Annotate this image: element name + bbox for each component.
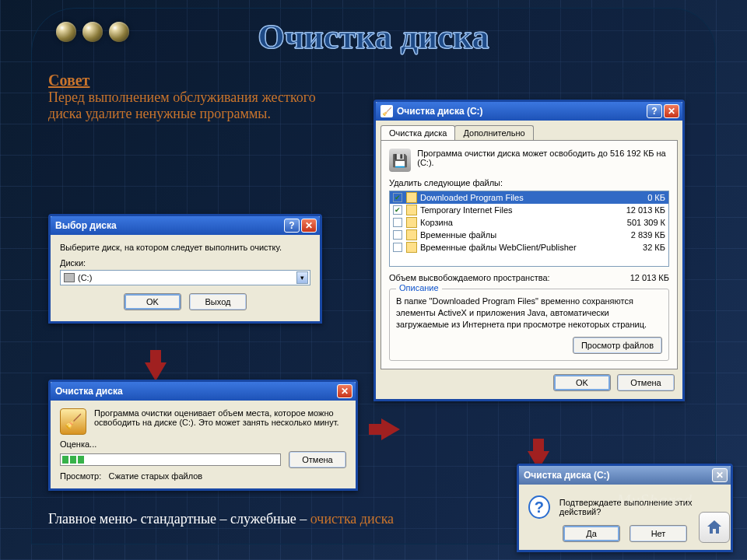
titlebar[interactable]: Выбор диска ? ✕ [51,216,320,235]
path-accent: очистка диска [310,511,394,527]
file-list-row[interactable]: Корзина501 309 К [390,216,668,229]
tip-title: Совет [48,72,89,89]
titlebar[interactable]: Очистка диска (C:) ✕ [519,466,731,485]
titlebar-text: Выбор диска [55,220,282,231]
ok-button[interactable]: OK [553,374,611,391]
tab-cleanup[interactable]: Очистка диска [381,125,455,140]
file-list-row[interactable]: ✔Temporary Internet Files12 013 КБ [390,204,668,216]
file-size: 501 309 К [611,218,665,227]
help-button[interactable]: ? [284,219,300,233]
no-button[interactable]: Нет [630,525,687,542]
disk-icon [389,149,411,172]
menu-path: Главное меню- стандартные – служебные – … [48,511,406,527]
file-size: 12 013 КБ [611,205,665,215]
file-name: Временные файлы WebClient/Publisher [420,243,611,252]
freed-space-value: 12 013 КБ [630,273,669,282]
description-legend: Описание [396,283,442,292]
drives-label: Диски: [60,258,310,268]
watermark: MyShared [616,490,693,510]
progress-dialog: Очистка диска ✕ Программа очистки оценив… [48,380,358,491]
select-drive-dialog: Выбор диска ? ✕ Выберите диск, на которо… [48,214,322,324]
close-button[interactable]: ✕ [301,219,317,233]
tab-advanced[interactable]: Дополнительно [454,125,533,140]
description-text: В папке "Downloaded Program Files" време… [396,296,662,331]
file-checkbox[interactable] [393,230,402,240]
file-list[interactable]: ✔Downloaded Program Files0 КБ✔Temporary … [389,191,669,267]
file-name: Временные файлы [420,230,611,240]
ok-button[interactable]: OK [124,293,181,310]
file-size: 32 КБ [611,243,665,252]
view-files-button[interactable]: Просмотр файлов [573,337,662,354]
slide-title: Очистка диска [0,17,747,57]
exit-button[interactable]: Выход [189,293,247,310]
titlebar-text: Очистка диска [55,386,335,397]
tip-block: Совет Перед выполнением обслуживания жес… [48,72,321,122]
titlebar[interactable]: 🧹 Очистка диска (C:) ? ✕ [376,102,682,121]
file-name: Downloaded Program Files [420,193,611,202]
titlebar-text: Очистка диска (C:) [524,470,710,481]
file-checkbox[interactable]: ✔ [393,205,402,215]
instruction-text: Выберите диск, на котором следует выполн… [60,243,310,252]
progress-label: Оценка... [60,439,346,449]
file-icon [406,229,417,240]
file-name: Корзина [420,218,611,227]
file-icon [406,217,417,228]
cleanup-main-dialog: 🧹 Очистка диска (C:) ? ✕ Очистка диска Д… [374,100,685,401]
cancel-button[interactable]: Отмена [289,451,346,468]
flow-arrow-icon [145,362,167,381]
flow-arrow-icon [381,418,400,440]
titlebar-text: Очистка диска (C:) [397,106,645,117]
file-size: 0 КБ [611,193,665,202]
freed-space-label: Объем высвобождаемого пространства: [389,273,550,282]
file-list-row[interactable]: Временные файлы WebClient/Publisher32 КБ [390,241,668,254]
yes-button[interactable]: Да [563,525,620,542]
file-icon [406,205,417,215]
close-button[interactable]: ✕ [664,104,679,118]
delete-files-label: Удалить следующие файлы: [389,178,669,187]
cancel-button[interactable]: Отмена [617,374,675,391]
viewing-value: Сжатие старых файлов [108,471,202,481]
home-icon [705,518,724,537]
drive-icon [64,273,75,282]
question-icon: ? [528,495,550,519]
tip-body: Перед выполнением обслуживания жесткого … [48,89,316,121]
file-checkbox[interactable] [393,218,402,227]
file-size: 2 839 КБ [611,230,665,240]
file-checkbox[interactable] [393,243,402,252]
file-list-row[interactable]: Временные файлы2 839 КБ [390,229,668,241]
home-button[interactable] [699,512,730,543]
close-button[interactable]: ✕ [712,468,728,482]
progress-message: Программа очистки оценивает объем места,… [94,408,346,435]
file-checkbox[interactable]: ✔ [393,193,402,202]
help-button[interactable]: ? [647,104,662,118]
path-prefix: Главное меню- стандартные – служебные – [48,511,310,527]
progress-bar [60,453,281,466]
chevron-down-icon[interactable]: ▾ [296,271,308,284]
selected-drive: (C:) [78,273,92,282]
file-list-row[interactable]: ✔Downloaded Program Files0 КБ [390,191,668,204]
file-name: Temporary Internet Files [420,205,611,215]
file-icon [406,242,417,253]
drive-combobox[interactable]: (C:) ▾ [60,270,310,285]
app-icon: 🧹 [381,105,393,117]
viewing-label: Просмотр: [60,471,101,481]
titlebar[interactable]: Очистка диска ✕ [51,382,356,401]
file-icon [406,192,417,203]
intro-text: Программа очистки диска может освободить… [417,149,669,172]
close-button[interactable]: ✕ [337,384,352,398]
cleanup-icon [60,408,86,435]
